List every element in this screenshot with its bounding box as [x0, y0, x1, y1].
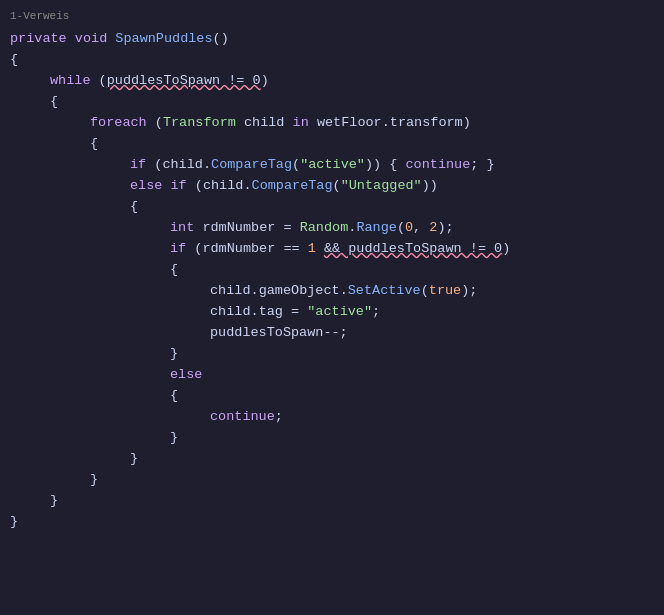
code-line: } [0, 449, 664, 470]
code-line: continue; [0, 407, 664, 428]
code-line: { [0, 50, 664, 71]
reference-label: 1-Verweis [0, 6, 664, 29]
code-line: if (rdmNumber == 1 && puddlesToSpawn != … [0, 239, 664, 260]
code-line: } [0, 491, 664, 512]
function-name: SpawnPuddles [115, 29, 212, 50]
code-line: puddlesToSpawn--; [0, 323, 664, 344]
code-line: } [0, 512, 664, 533]
code-line: { [0, 197, 664, 218]
code-line: } [0, 344, 664, 365]
code-line: else [0, 365, 664, 386]
keyword: void [75, 29, 107, 50]
code-line: private void SpawnPuddles() [0, 29, 664, 50]
code-line: { [0, 134, 664, 155]
code-line: int rdmNumber = Random.Range(0, 2); [0, 218, 664, 239]
code-line: { [0, 92, 664, 113]
code-line: { [0, 260, 664, 281]
code-line: } [0, 428, 664, 449]
code-line: child.gameObject.SetActive(true); [0, 281, 664, 302]
code-line: } [0, 470, 664, 491]
code-line: { [0, 386, 664, 407]
code-editor: 1-Verweis private void SpawnPuddles() { … [0, 0, 664, 615]
code-line: else if (child.CompareTag("Untagged")) [0, 176, 664, 197]
code-line: child.tag = "active"; [0, 302, 664, 323]
code-line: foreach (Transform child in wetFloor.tra… [0, 113, 664, 134]
keyword: private [10, 29, 67, 50]
code-line: while (puddlesToSpawn != 0) [0, 71, 664, 92]
code-line: if (child.CompareTag("active")) { contin… [0, 155, 664, 176]
